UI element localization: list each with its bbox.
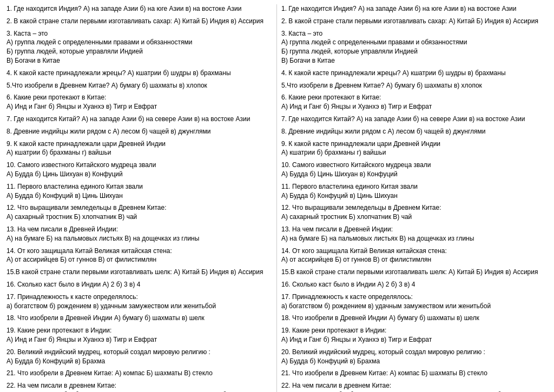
question-line: 13. На чем писали в Древней Индии: (6, 225, 272, 234)
question-line: 18. Что изобрели в Древней Индии А) бума… (6, 314, 272, 323)
question-q12r: 12. Что выращивали земледельцы в Древнем… (281, 203, 548, 222)
question-line: 8. Древние индийцы жили рядом с А) лесом… (281, 127, 548, 136)
question-line: 20. Великий индийский мудрец, который со… (281, 348, 548, 357)
question-line: 21. Что изобрели в Древнем Китае: А) ком… (6, 369, 272, 378)
question-line: 4. К какой касте принадлежали жрецы? А) … (6, 69, 272, 78)
question-line: 20. Великий индийский мудрец, который со… (6, 348, 272, 357)
column-right: 1. Где находится Индия? А) на западе Ази… (277, 4, 552, 392)
question-line: 8. Древние индийцы жили рядом с А) лесом… (6, 127, 272, 136)
question-line: 4. К какой касте принадлежали жрецы? А) … (281, 69, 548, 78)
question-q22: 22. На чем писали в древнем Китае:А) на … (6, 381, 272, 392)
question-q20r: 20. Великий индийский мудрец, который со… (281, 348, 548, 366)
question-q18r: 18. Что изобрели в Древней Индии А) бума… (281, 314, 548, 323)
question-line: В) Богачи в Китае (281, 56, 548, 65)
question-line: 11. Первого властелина единого Китая зва… (281, 182, 548, 191)
question-line: А) на бумаге Б) на пальмовых листьях В) … (281, 234, 548, 243)
question-q1r: 1. Где находится Индия? А) на западе Ази… (281, 4, 548, 14)
question-line: 17. Принадлежность к касте определялось: (6, 293, 272, 302)
question-q2r: 2. В какой стране стали первыми изготавл… (281, 17, 548, 26)
question-line: 12. Что выращивали земледельцы в Древнем… (281, 203, 548, 212)
question-line: А) Будда б) Конфуций в) Брахма (6, 357, 272, 366)
question-q5: 5.Что изобрели в Древнем Китае? А) бумаг… (6, 81, 272, 90)
question-q15: 15.В какой стране стали первыми изготавл… (6, 268, 272, 277)
question-q19: 19. Какие реки протекают в Индии:А) Инд … (6, 326, 272, 344)
question-q16r: 16. Сколько каст было в Индии А) 2 б) 3 … (281, 280, 548, 289)
question-q4: 4. К какой касте принадлежали жрецы? А) … (6, 69, 272, 78)
question-q1: 1. Где находится Индия? А) на западе Ази… (6, 4, 272, 14)
question-line: 7. Где находится Китай? А) на западе Ази… (6, 115, 272, 124)
question-line: 22. На чем писали в древнем Китае: (281, 381, 548, 390)
question-line: 1. Где находится Индия? А) на западе Ази… (6, 4, 272, 14)
question-line: 7. Где находится Китай? А) на западе Ази… (281, 115, 548, 124)
question-line: А) Инд и Ганг б) Янцзы и Хуанхэ в) Тигр … (281, 335, 548, 344)
question-line: 22. На чем писали в древнем Китае: (6, 381, 272, 390)
question-q9: 9. К какой касте принадлежали цари Древн… (6, 139, 272, 158)
question-line: 6. Какие реки протекают в Китае: (6, 93, 272, 102)
question-q10r: 10. Самого известного Китайского мудреца… (281, 161, 548, 179)
question-line: а) богатством б) рождением в) удачным за… (6, 302, 272, 311)
question-line: 10. Самого известного Китайского мудреца… (6, 161, 272, 170)
question-q2: 2. В какой стране стали первыми изготавл… (6, 17, 272, 26)
question-q3: 3. Каста – этоА) группа людей с определе… (6, 29, 272, 65)
question-line: А) группа людей с определенными правами … (6, 38, 272, 47)
question-q20: 20. Великий индийский мудрец, который со… (6, 348, 272, 366)
question-line: 14. От кого защищала Китай Великая китай… (281, 247, 548, 256)
question-q7: 7. Где находится Китай? А) на западе Ази… (6, 115, 272, 124)
question-line: А) Будда б) Конфуций в) Цинь Шихуан (281, 191, 548, 201)
question-q21: 21. Что изобрели в Древнем Китае: А) ком… (6, 369, 272, 378)
question-line: А) Будда б) Конфуций в) Цинь Шихуан (6, 191, 272, 201)
question-line: 15.В какой стране стали первыми изготавл… (6, 268, 272, 277)
question-line: а) богатством б) рождением в) удачным за… (281, 302, 548, 311)
question-line: 10. Самого известного Китайского мудреца… (281, 161, 548, 170)
question-line: А) Будда б) Цинь Шихуан в) Конфуций (6, 170, 272, 179)
question-line: 19. Какие реки протекают в Индии: (281, 326, 548, 335)
question-q13: 13. На чем писали в Древней Индии:А) на … (6, 225, 272, 243)
question-q15r: 15.В какой стране стали первыми изготавл… (281, 268, 548, 277)
question-line: 15.В какой стране стали первыми изготавл… (281, 268, 548, 277)
column-left: 1. Где находится Индия? А) на западе Ази… (2, 4, 277, 392)
question-line: 11. Первого властелина единого Китая зва… (6, 182, 272, 191)
question-line: А) Инд и Ганг б) Янцзы и Хуанхэ в) Тигр … (6, 335, 272, 344)
question-line: 9. К какой касте принадлежали цари Древн… (281, 139, 548, 149)
question-q6: 6. Какие реки протекают в Китае:А) Инд и… (6, 93, 272, 111)
question-q3r: 3. Каста – этоА) группа людей с определе… (281, 29, 548, 65)
question-q11r: 11. Первого властелина единого Китая зва… (281, 182, 548, 201)
question-q12: 12. Что выращивали земледельцы в Древнем… (6, 203, 272, 222)
question-line: Б) группа людей, которые управляли Индие… (6, 47, 272, 56)
question-line: 21. Что изобрели в Древнем Китае: А) ком… (281, 369, 548, 378)
question-line: 13. На чем писали в Древней Индии: (281, 225, 548, 234)
question-q22r: 22. На чем писали в древнем Китае:А) на … (281, 381, 548, 392)
question-line: А) кшатрии б) брахманы г) вайшьи (6, 148, 272, 157)
question-line: 5.Что изобрели в Древнем Китае? А) бумаг… (281, 81, 548, 90)
question-line: 17. Принадлежность к касте определялось: (281, 293, 548, 302)
question-line: 9. К какой касте принадлежали цари Древн… (6, 139, 272, 149)
question-line: 3. Каста – это (281, 29, 548, 38)
question-q10: 10. Самого известного Китайского мудреца… (6, 161, 272, 179)
question-line: 14. От кого защищала Китай Великая китай… (6, 247, 272, 256)
question-q17: 17. Принадлежность к касте определялось:… (6, 293, 272, 311)
question-line: 19. Какие реки протекают в Индии: (6, 326, 272, 335)
question-q13r: 13. На чем писали в Древней Индии:А) на … (281, 225, 548, 243)
page-container: 1. Где находится Индия? А) на западе Ази… (0, 0, 554, 392)
question-line: 3. Каста – это (6, 29, 272, 38)
question-q8: 8. Древние индийцы жили рядом с А) лесом… (6, 127, 272, 136)
question-q14: 14. От кого защищала Китай Великая китай… (6, 247, 272, 265)
question-q17r: 17. Принадлежность к касте определялось:… (281, 293, 548, 311)
question-line: 18. Что изобрели в Древней Индии А) бума… (281, 314, 548, 323)
question-line: 6. Какие реки протекают в Китае: (281, 93, 548, 102)
question-q16: 16. Сколько каст было в Индии А) 2 б) 3 … (6, 280, 272, 289)
question-line: А) Будда б) Конфуций в) Брахма (281, 357, 548, 366)
question-line: А) от ассирийцев Б) от гуннов В) от фили… (6, 255, 272, 264)
question-line: А) Инд и Ганг б) Янцзы и Хуанхэ в) Тигр … (281, 102, 548, 111)
question-q8r: 8. Древние индийцы жили рядом с А) лесом… (281, 127, 548, 136)
question-line: А) кшатрии б) брахманы г) вайшьи (281, 148, 548, 157)
question-line: А) от ассирийцев Б) от гуннов В) от фили… (281, 255, 548, 264)
question-line: Б) группа людей, которые управляли Индие… (281, 47, 548, 56)
question-q21r: 21. Что изобрели в Древнем Китае: А) ком… (281, 369, 548, 378)
question-line: 16. Сколько каст было в Индии А) 2 б) 3 … (281, 280, 548, 289)
question-line: А) сахарный тростник Б) хлопчатник В) ча… (281, 212, 548, 222)
question-line: 16. Сколько каст было в Индии А) 2 б) 3 … (6, 280, 272, 289)
question-line: А) сахарный тростник Б) хлопчатник В) ча… (6, 212, 272, 222)
question-line: В) Богачи в Китае (6, 56, 272, 65)
question-line: А) на бумаге Б) на пальмовых листьях В) … (6, 234, 272, 243)
